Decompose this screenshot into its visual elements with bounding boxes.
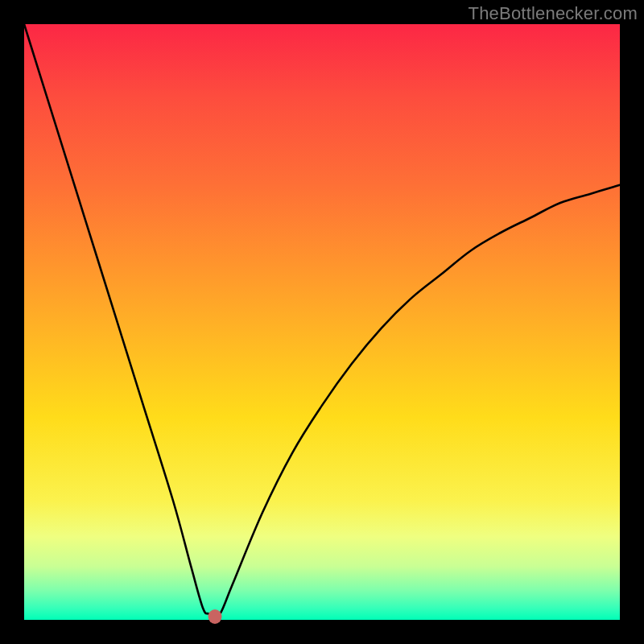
- plot-area: [24, 24, 620, 620]
- chart-frame: TheBottlenecker.com: [0, 0, 644, 644]
- bottleneck-curve: [24, 24, 620, 620]
- watermark-text: TheBottlenecker.com: [469, 3, 638, 24]
- minimum-marker: [208, 609, 221, 624]
